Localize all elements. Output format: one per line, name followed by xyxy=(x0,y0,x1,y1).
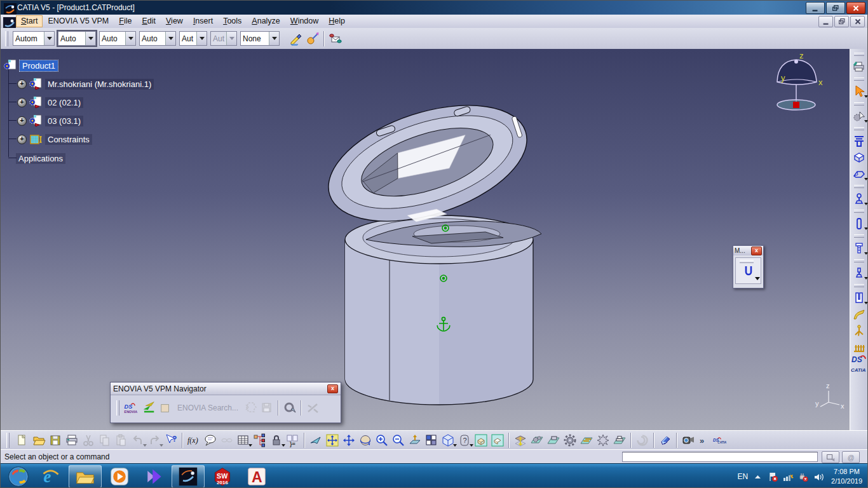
menu-help[interactable]: Help xyxy=(323,15,350,27)
multi-view-icon[interactable] xyxy=(423,432,440,449)
shading-edges-icon[interactable] xyxy=(489,432,506,449)
enovia-window-titlebar[interactable]: ENOVIA V5 VPM Navigator x xyxy=(111,383,341,395)
whats-this-icon[interactable]: ? xyxy=(163,432,179,449)
mini-window-close-button[interactable]: x xyxy=(751,247,762,255)
toolbar-grip[interactable] xyxy=(854,185,864,188)
tree-expander-icon[interactable]: + xyxy=(17,98,27,107)
audio-tray-icon[interactable] xyxy=(813,471,824,482)
rt-plug-icon[interactable] xyxy=(851,191,867,207)
rt-bolt-icon[interactable] xyxy=(851,240,867,257)
nav-arrows-icon[interactable] xyxy=(140,400,157,416)
explorer-taskbar-button[interactable] xyxy=(69,465,102,488)
menu-view[interactable]: View xyxy=(161,15,188,27)
tree-item-label[interactable]: Mr.shokriani (Mr.shokriani.1) xyxy=(45,79,154,90)
rt-stand-icon[interactable] xyxy=(851,323,867,339)
send-mail-icon[interactable] xyxy=(327,30,344,47)
menu-edit[interactable]: Edit xyxy=(137,15,161,27)
toolbar-combo-5[interactable]: Aut xyxy=(179,31,207,46)
rotate-icon[interactable] xyxy=(357,432,374,449)
iso-view-icon[interactable] xyxy=(440,432,456,449)
toolbar-grip[interactable] xyxy=(854,102,864,105)
tree-item-label[interactable]: 03 (03.1) xyxy=(45,116,83,126)
pan-icon[interactable] xyxy=(341,432,357,449)
menu-start[interactable]: Start xyxy=(16,15,43,27)
tree-item-product1[interactable]: Product1 xyxy=(3,58,58,73)
tree-expander-icon[interactable]: + xyxy=(17,79,27,89)
sw-taskbar-button[interactable]: SW2016 xyxy=(206,465,239,488)
more-toolbars-icon[interactable]: » xyxy=(696,432,713,449)
close-button[interactable] xyxy=(846,2,865,14)
tree-item-02-02-1-[interactable]: +02 (02.1) xyxy=(29,95,83,110)
print-icon[interactable] xyxy=(64,432,80,449)
start-taskbar-button[interactable] xyxy=(4,465,33,488)
combo-dropdown-arrow[interactable] xyxy=(269,32,279,45)
asm-bench-icon[interactable] xyxy=(545,432,562,449)
asm-update-icon[interactable] xyxy=(512,432,529,449)
title-bar[interactable]: CATIA V5 - [Product1.CATProduct] xyxy=(1,1,867,15)
structure-icon[interactable] xyxy=(252,432,268,449)
rt-column-icon[interactable] xyxy=(851,215,867,232)
fly-mode-icon[interactable] xyxy=(308,432,324,449)
tree-item-label[interactable]: Applications xyxy=(16,153,65,164)
tree-item-label[interactable]: Constraints xyxy=(45,134,92,145)
ti-product-icon[interactable] xyxy=(3,58,17,72)
child-minimize-button[interactable] xyxy=(818,16,833,27)
tree-expander-icon[interactable]: + xyxy=(17,135,27,144)
net-tray-icon[interactable] xyxy=(783,471,794,482)
tree-item-applications[interactable]: Applications xyxy=(16,151,65,166)
mini-window-titlebar[interactable]: M... x xyxy=(733,246,763,255)
minimize-button[interactable] xyxy=(806,2,825,14)
tree-item-mr-shokriani-mr-shokriani-1-[interactable]: +Mr.shokriani (Mr.shokriani.1) xyxy=(29,76,154,92)
ti-part-icon[interactable] xyxy=(29,114,43,128)
combo-dropdown-arrow[interactable] xyxy=(44,32,54,45)
save-icon[interactable] xyxy=(47,432,64,449)
combo-dropdown-arrow[interactable] xyxy=(85,32,95,45)
3d-viewport[interactable]: z y x z x y Product1+Mr.shokriani (Mr.sh… xyxy=(1,49,851,430)
toolbar-grip[interactable] xyxy=(854,53,864,56)
toolbar-grip[interactable] xyxy=(854,210,864,213)
catia-taskbar-button[interactable] xyxy=(172,465,205,488)
rt-surface-icon[interactable] xyxy=(851,166,867,182)
tree-item-label[interactable]: Product1 xyxy=(20,60,58,71)
catia-logo-v-icon[interactable]: DSCATIA xyxy=(851,356,867,372)
tree-item-03-03-1-[interactable]: +03 (03.1) xyxy=(29,113,83,128)
ti-part-icon[interactable] xyxy=(29,77,43,91)
toolbar-combo-3[interactable]: Auto xyxy=(99,31,136,46)
tree-expander-icon[interactable]: + xyxy=(17,116,27,126)
dropdown-arrow-icon[interactable] xyxy=(755,277,760,283)
formula-icon[interactable]: f(x) xyxy=(186,432,202,449)
language-indicator[interactable]: EN xyxy=(737,472,748,481)
painter-icon[interactable] xyxy=(288,30,304,47)
asm-gears-icon[interactable] xyxy=(529,432,545,449)
toolbar-grip[interactable] xyxy=(854,234,864,238)
gear-icon[interactable] xyxy=(562,432,578,449)
normal-view-icon[interactable] xyxy=(407,432,423,449)
wizard-icon[interactable] xyxy=(304,30,321,47)
rt-print3d-icon[interactable] xyxy=(851,58,867,75)
toolbar-combo-1[interactable]: Autom xyxy=(13,31,55,46)
mail-status-button[interactable]: @ xyxy=(842,451,860,463)
toolbar-combo-7[interactable]: None xyxy=(240,31,280,46)
combo-dropdown-arrow[interactable] xyxy=(125,32,135,45)
rt-press-icon[interactable] xyxy=(851,133,867,149)
tree-item-label[interactable]: 02 (02.1) xyxy=(45,97,83,108)
asm-tools-icon[interactable] xyxy=(578,432,595,449)
tree-item-constraints[interactable]: +Constraints xyxy=(29,132,92,147)
toolbar-grip[interactable] xyxy=(5,31,8,46)
rt-box-icon[interactable] xyxy=(851,149,867,166)
ie-taskbar-button[interactable]: e xyxy=(34,465,67,488)
zoom-in-icon[interactable] xyxy=(374,432,390,449)
menu-enovia-v5-vpm[interactable]: ENOVIA V5 VPM xyxy=(43,15,114,27)
menu-file[interactable]: File xyxy=(114,15,137,27)
render-icon[interactable] xyxy=(680,432,696,449)
menu-insert[interactable]: Insert xyxy=(188,15,218,27)
comment-icon[interactable] xyxy=(202,432,219,449)
rt-bend-icon[interactable] xyxy=(851,306,867,323)
flag-tray-icon[interactable] xyxy=(768,471,778,482)
rt-gear-cursor-icon[interactable] xyxy=(851,108,867,125)
rt-plug2-icon[interactable] xyxy=(851,265,867,281)
enovia-window-close-button[interactable]: x xyxy=(327,384,338,393)
toolbar-grip[interactable] xyxy=(854,259,864,262)
up-tray-icon[interactable] xyxy=(752,471,763,482)
ti-part-icon[interactable] xyxy=(29,95,43,109)
